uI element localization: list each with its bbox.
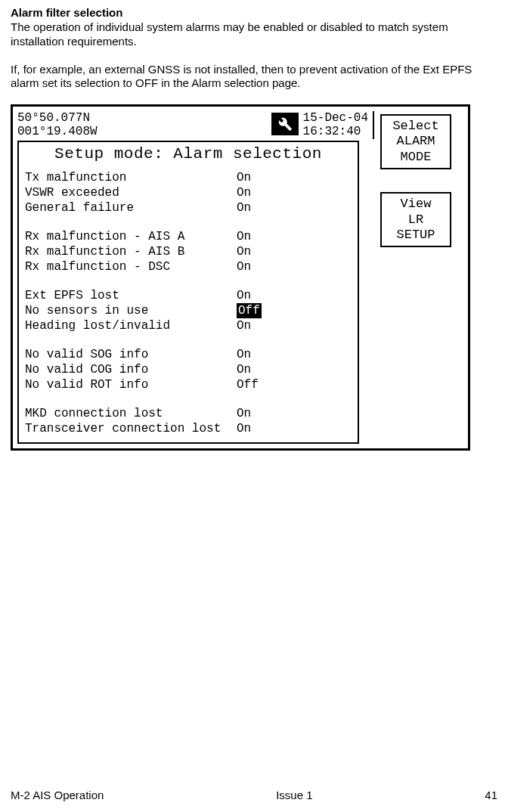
wrench-icon: [271, 113, 299, 135]
latitude: 50°50.077N: [17, 111, 90, 125]
alarm-value[interactable]: On: [237, 347, 251, 362]
softkey-select-alarm-mode[interactable]: Select ALARM MODE: [380, 114, 451, 169]
alarm-label: MKD connection lost: [25, 406, 237, 421]
paragraph-2: If, for example, an external GNSS is not…: [11, 63, 497, 91]
alarm-value[interactable]: On: [237, 229, 251, 244]
footer-center: Issue 1: [276, 789, 312, 801]
alarm-label: Transceiver connection lost: [25, 421, 237, 436]
alarm-label: No valid COG info: [25, 362, 237, 377]
footer-left: M-2 AIS Operation: [11, 789, 104, 801]
alarm-row: Rx malfunction - AIS AOn: [25, 229, 352, 244]
panel-title: Setup mode: Alarm selection: [25, 145, 352, 163]
alarm-value[interactable]: On: [237, 259, 251, 274]
alarm-row: Transceiver connection lostOn: [25, 421, 352, 436]
alarm-value[interactable]: On: [237, 318, 251, 333]
alarm-row: MKD connection lostOn: [25, 406, 352, 421]
alarm-value[interactable]: On: [237, 406, 251, 421]
alarm-label: Tx malfunction: [25, 170, 237, 185]
softkey-line: LR: [383, 212, 448, 228]
alarm-row: Heading lost/invalidOn: [25, 318, 352, 333]
alarm-value[interactable]: On: [237, 185, 251, 200]
alarm-value[interactable]: On: [237, 288, 251, 303]
softkey-line: ALARM: [383, 134, 448, 149]
softkey-line: Select: [383, 119, 448, 134]
alarm-label: VSWR exceeded: [25, 185, 237, 200]
alarm-value[interactable]: Off: [237, 377, 259, 392]
section-heading: Alarm filter selection: [11, 6, 497, 19]
alarm-row: General failureOn: [25, 200, 352, 215]
alarm-label: No valid SOG info: [25, 347, 237, 362]
alarm-row: No valid COG infoOn: [25, 362, 352, 377]
alarm-label: No valid ROT info: [25, 377, 237, 392]
alarm-label: Rx malfunction - DSC: [25, 259, 237, 274]
alarm-value[interactable]: On: [237, 362, 251, 377]
footer-right: 41: [485, 789, 497, 801]
alarm-value[interactable]: On: [237, 200, 251, 215]
softkey-line: MODE: [383, 150, 448, 165]
alarm-selection-panel: Setup mode: Alarm selection Tx malfuncti…: [17, 141, 359, 444]
alarm-value[interactable]: On: [237, 421, 251, 436]
alarm-row: VSWR exceededOn: [25, 185, 352, 200]
alarm-label: Heading lost/invalid: [25, 318, 237, 333]
paragraph-1: The operation of individual system alarm…: [11, 20, 497, 49]
alarm-row: No valid SOG infoOn: [25, 347, 352, 362]
page-footer: M-2 AIS Operation Issue 1 41: [11, 789, 497, 801]
alarm-value[interactable]: On: [237, 170, 251, 185]
alarm-label: No sensors in use: [25, 303, 237, 318]
time: 16:32:40: [303, 125, 361, 138]
softkey-line: View: [383, 197, 448, 212]
alarm-label: General failure: [25, 200, 237, 215]
alarm-label: Rx malfunction - AIS B: [25, 244, 237, 259]
alarm-row: Tx malfunctionOn: [25, 170, 352, 185]
softkey-view-lr-setup[interactable]: View LR SETUP: [380, 192, 451, 247]
date: 15-Dec-04: [303, 111, 368, 125]
alarm-row: Ext EPFS lostOn: [25, 288, 352, 303]
alarm-value-selected[interactable]: Off: [237, 303, 262, 318]
alarm-label: Rx malfunction - AIS A: [25, 229, 237, 244]
position-readout: 50°50.077N 001°19.408W: [17, 111, 267, 139]
softkey-line: SETUP: [383, 228, 448, 243]
alarm-row: Rx malfunction - AIS BOn: [25, 244, 352, 259]
datetime-readout: 15-Dec-04 16:32:40: [303, 111, 374, 139]
alarm-row: No valid ROT infoOff: [25, 377, 352, 392]
alarm-row: Rx malfunction - DSCOn: [25, 259, 352, 274]
alarm-value[interactable]: On: [237, 244, 251, 259]
longitude: 001°19.408W: [17, 125, 98, 138]
alarm-row: No sensors in useOff: [25, 303, 352, 318]
device-screenshot: 50°50.077N 001°19.408W 15-Dec-04 16:32:4…: [11, 104, 470, 451]
alarm-label: Ext EPFS lost: [25, 288, 237, 303]
